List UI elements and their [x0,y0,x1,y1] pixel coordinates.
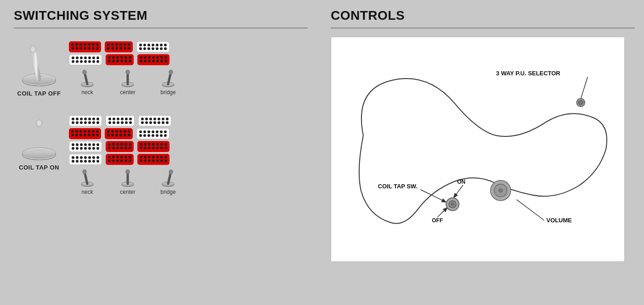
right-divider [331,28,635,28]
mini-toggle-bridge-off: bridge [150,70,186,96]
pickup-off-r1-c1 [69,41,101,52]
on-label: ON [457,179,465,185]
coil-tap-off-label: COIL TAP OFF [17,90,61,97]
mini-toggle-bridge-off-svg [161,70,175,87]
coil-tap-off-pickups: neck center [69,37,308,96]
coil-tap-on-label: COIL TAP ON [19,164,59,171]
controls-panel: CONTROLS 3 WAY P.U. SELECTOR COIL TAP SW… [322,0,644,305]
mini-toggles-off: neck center [69,70,308,96]
pickup-on-r1-c2 [106,115,135,126]
svg-line-44 [437,208,447,217]
pickup-off-r2-c3 [137,54,169,65]
svg-point-31 [83,169,86,174]
mini-toggle-center-on-svg [121,169,135,187]
mini-toggle-bridge-on: bridge [150,169,186,195]
pickup-on-r4-c1 [69,154,102,165]
pickup-group-off-1 [69,41,308,52]
toggle-off-svg [20,41,59,87]
svg-point-19 [169,70,173,74]
pickup-on-r3-c2 [106,141,134,152]
mini-toggle-center-off: center [109,70,146,96]
selector-label: 3 WAY P.U. SELECTOR [496,70,560,77]
controls-title: CONTROLS [331,8,635,23]
pickup-off-r2-c1 [69,54,102,65]
controls-diagram-svg: 3 WAY P.U. SELECTOR COIL TAP SW. ON OFF [336,42,620,257]
left-divider [14,28,308,28]
coil-tap-on-section: COIL TAP ON [14,111,308,195]
bridge-label-on: bridge [160,189,175,195]
mini-toggle-neck-on-svg [80,169,94,187]
svg-point-35 [126,169,130,174]
bridge-label-off: bridge [160,89,175,96]
pickup-off-r1-c3 [136,41,169,52]
pickup-on-r1-c1 [69,115,102,126]
pickup-on-r1-c3 [138,115,171,126]
center-label-on: center [120,189,135,195]
neck-label-on: neck [81,189,93,195]
coil-tap-off-row: COIL TAP OFF [14,37,308,97]
svg-point-11 [83,70,86,74]
pickup-on-r2-c1 [69,128,101,139]
mini-toggle-center-off-svg [121,70,135,87]
coil-tap-off-toggle-area: COIL TAP OFF [14,37,64,97]
switching-system-title: SWITCHING SYSTEM [14,8,308,23]
volume-label: VOLUME [547,217,572,224]
pickup-group-on-1 [69,115,308,126]
off-label: OFF [432,217,443,224]
pickup-off-r2-c2 [106,54,134,65]
pickup-group-on-3 [69,141,308,152]
pickup-on-r2-c2 [105,128,133,139]
mini-toggles-on: neck center [69,169,308,195]
svg-line-49 [517,200,544,220]
pickup-on-r3-c1 [69,141,102,152]
switching-content: COIL TAP OFF [14,37,308,195]
coil-tap-on-row: COIL TAP ON [14,111,308,195]
pickup-group-on-2 [69,128,308,139]
center-label-off: center [120,89,135,96]
svg-line-43 [454,185,463,198]
pickup-on-r3-c3 [137,141,169,152]
pickup-group-off-2 [69,54,308,65]
pickup-on-r4-c3 [137,154,169,165]
toggle-on-svg [20,115,59,161]
mini-toggle-center-on: center [109,169,146,195]
pickup-on-r2-c3 [136,128,169,139]
svg-point-39 [169,169,173,174]
mini-toggle-neck-off: neck [69,70,106,96]
switching-system-panel: SWITCHING SYSTEM [0,0,322,305]
svg-point-15 [126,70,130,74]
controls-diagram-box: 3 WAY P.U. SELECTOR COIL TAP SW. ON OFF [331,37,625,262]
svg-point-41 [578,100,583,105]
coil-tap-label: COIL TAP SW. [378,183,418,190]
svg-point-7 [31,47,34,51]
mini-toggle-neck-off-svg [80,70,94,87]
svg-point-48 [498,188,503,193]
svg-point-27 [37,121,41,125]
pickup-on-r4-c2 [106,154,134,165]
neck-label-off: neck [81,89,93,96]
svg-point-46 [451,203,454,206]
coil-tap-off-section: COIL TAP OFF [14,37,308,97]
svg-line-42 [420,190,446,202]
pickup-group-on-4 [69,154,308,165]
svg-line-40 [581,77,588,99]
coil-tap-on-toggle-area: COIL TAP ON [14,111,64,171]
mini-toggle-bridge-on-svg [161,169,175,187]
mini-toggle-neck-on: neck [69,169,106,195]
pickup-off-r1-c2 [105,41,133,52]
coil-tap-on-pickups: neck center [69,111,308,195]
